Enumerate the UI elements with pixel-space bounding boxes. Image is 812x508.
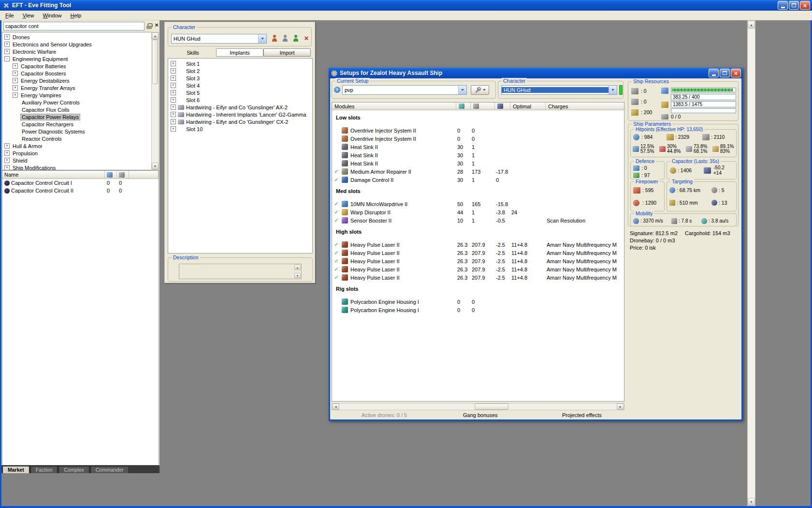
gang-bonuses-label[interactable]: Gang bonuses (463, 412, 498, 418)
implant-row[interactable]: +Slot 4 (168, 82, 312, 89)
close-button[interactable]: × (800, 1, 810, 10)
module-row[interactable]: ✓Heavy Pulse Laser II26.3207.9-2.511+4.8… (332, 249, 624, 257)
close-button[interactable]: × (731, 69, 741, 77)
implant-row[interactable]: +Slot 3 (168, 75, 312, 82)
modules-horizontal-scrollbar[interactable]: ◄ ► (332, 403, 624, 410)
tree-expander-icon[interactable]: + (13, 71, 18, 76)
tree-expander-icon[interactable]: + (13, 85, 18, 90)
implant-expander-icon[interactable]: + (171, 112, 176, 117)
implant-expander-icon[interactable]: + (171, 90, 176, 95)
modules-column-header[interactable]: Modules (332, 103, 456, 110)
tree-expander-icon[interactable]: + (4, 34, 10, 40)
implant-row[interactable]: +Hardwiring - Inherent Implants 'Lancer'… (168, 111, 312, 118)
scroll-up-icon[interactable]: ▲ (294, 265, 301, 270)
tree-expander-icon[interactable]: + (13, 78, 18, 83)
character-select[interactable]: HUN GHud (171, 34, 267, 44)
scrollbar-track[interactable] (152, 84, 159, 163)
tree-item[interactable]: +Capacitor Batteries (2, 62, 151, 70)
scrollbar-thumb[interactable] (152, 40, 158, 84)
capacitor-column-header[interactable] (495, 103, 510, 110)
projected-effects-label[interactable]: Projected effects (562, 412, 602, 418)
tree-expander-icon[interactable]: + (4, 165, 10, 170)
tree-item[interactable]: +Drones (2, 33, 151, 41)
scroll-up-icon[interactable]: ▲ (152, 32, 159, 40)
charges-column-header[interactable]: Charges (546, 103, 624, 110)
scroll-right-icon[interactable]: ► (617, 403, 624, 410)
implant-row[interactable]: +Hardwiring - Eifyr and Co 'Gunslinger' … (168, 118, 312, 125)
module-row[interactable]: ✓Heavy Pulse Laser II26.3207.9-2.511+4.8… (332, 257, 624, 265)
implant-expander-icon[interactable]: + (171, 126, 176, 132)
tree-item[interactable]: +Electronic Warfare (2, 48, 151, 55)
implant-row[interactable]: +Slot 5 (168, 89, 312, 96)
implant-row[interactable]: +Slot 2 (168, 67, 312, 75)
tree-expander-icon[interactable]: + (13, 63, 18, 69)
maximize-button[interactable] (789, 1, 799, 10)
module-row[interactable]: ✓Sensor Booster II101-0.5Scan Resolution (332, 216, 624, 224)
tree-expander-icon[interactable]: + (13, 92, 18, 98)
tab-faction[interactable]: Faction (30, 466, 58, 473)
chevron-down-icon[interactable] (258, 34, 266, 43)
tree-expander-icon[interactable]: + (4, 158, 10, 163)
module-row[interactable]: ✓10MN MicroWarpdrive II50165-15.8 (332, 200, 624, 208)
tree-item[interactable]: +Energy Destabilizers (2, 77, 151, 84)
tree-item[interactable]: +Shield (2, 157, 151, 164)
powergrid-column-header[interactable] (471, 103, 495, 110)
active-drones-label[interactable]: Active drones: 0 / 5 (362, 412, 407, 418)
results-cpu-header[interactable] (105, 171, 117, 179)
maximize-button[interactable] (720, 69, 730, 77)
module-row[interactable]: ✓Warp Disruptor II441-3.824 (332, 208, 624, 216)
tab-import[interactable]: Import (263, 48, 311, 57)
module-row[interactable]: ✓Heavy Pulse Laser II26.3207.9-2.511+4.8… (332, 265, 624, 273)
scroll-up-icon[interactable]: ▲ (748, 21, 755, 29)
implant-expander-icon[interactable]: + (171, 97, 176, 103)
tab-complex[interactable]: Complex (58, 466, 89, 473)
tree-item[interactable]: Power Diagnostic Systems (2, 128, 151, 135)
minimize-button[interactable] (778, 1, 788, 10)
description-scrollbar[interactable]: ▲ ▼ (294, 265, 301, 278)
results-name-header[interactable]: Name (2, 171, 105, 179)
chevron-down-icon[interactable] (609, 86, 617, 94)
module-row[interactable]: ✓Damage Control II3010 (332, 176, 624, 184)
tree-expander-icon[interactable]: + (4, 150, 10, 156)
scroll-left-icon[interactable]: ◄ (332, 403, 339, 410)
result-row[interactable]: Capacitor Control Circuit I00 (2, 179, 159, 187)
scrollbar-track[interactable] (748, 29, 755, 498)
tree-item[interactable]: -Engineering Equipment (2, 55, 151, 62)
main-titlebar[interactable]: EFT - Eve Fitting Tool × (0, 0, 812, 11)
tree-item[interactable]: Capacitor Power Relays (2, 113, 151, 120)
tree-scrollbar[interactable]: ▲ ▼ (151, 32, 159, 170)
clear-search-icon[interactable]: × (153, 21, 160, 29)
module-row[interactable]: Overdrive Injector System II00 (332, 126, 624, 134)
tab-market[interactable]: Market (2, 466, 29, 473)
edit-character-icon[interactable] (281, 34, 289, 42)
cpu-column-header[interactable] (456, 103, 471, 110)
scrollbar-track[interactable] (339, 403, 617, 410)
tree-item[interactable]: Auxiliary Power Controls (2, 99, 151, 106)
tree-expander-icon[interactable]: - (4, 56, 10, 61)
tree-item[interactable]: +Energy Transfer Arrays (2, 84, 151, 91)
setup-character-select[interactable]: HUN GHud (501, 85, 617, 95)
module-row[interactable]: Heat Sink II301 (332, 143, 624, 151)
module-row[interactable]: Heat Sink II301 (332, 159, 624, 167)
implant-expander-icon[interactable]: + (171, 68, 176, 74)
tree-item[interactable]: Capacitor Rechargers (2, 120, 151, 128)
module-row[interactable]: ✓Medium Armor Repairer II28173-17.8 (332, 167, 624, 176)
module-row[interactable]: Heat Sink II301 (332, 151, 624, 159)
setup-tools-button[interactable] (471, 85, 489, 95)
implant-expander-icon[interactable]: + (171, 61, 176, 66)
main-vertical-scrollbar[interactable]: ▲ ▼ (747, 20, 755, 506)
help-icon[interactable]: ? (334, 87, 340, 93)
tree-item[interactable]: Capacitor Flux Coils (2, 106, 151, 113)
tree-item[interactable]: +Hull & Armor (2, 142, 151, 149)
scroll-down-icon[interactable]: ▼ (294, 273, 301, 278)
module-row[interactable]: ✓Heavy Pulse Laser II26.3207.9-2.511+4.8… (332, 273, 624, 282)
delete-character-icon[interactable]: × (303, 34, 310, 42)
module-row[interactable]: Overdrive Injector System II00 (332, 134, 624, 143)
tree-item[interactable]: +Electronics and Sensor Upgrades (2, 41, 151, 48)
minimize-button[interactable] (709, 69, 719, 77)
menu-help[interactable]: Help (66, 12, 86, 19)
menu-view[interactable]: View (18, 12, 39, 19)
implant-expander-icon[interactable]: + (171, 75, 176, 81)
module-row[interactable]: Polycarbon Engine Housing I00 (332, 306, 624, 314)
tree-expander-icon[interactable]: + (4, 143, 10, 149)
